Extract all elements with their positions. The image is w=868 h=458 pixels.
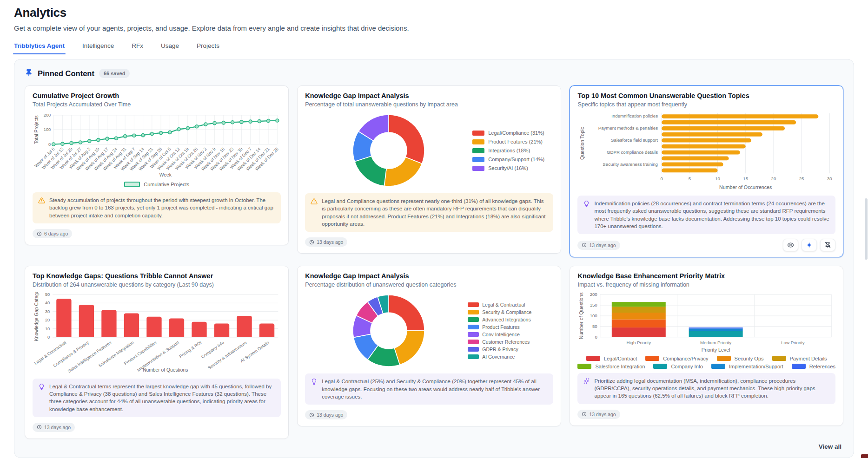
pinned-content-title: Pinned Content bbox=[38, 69, 94, 78]
legend-item: Legal & Contractual bbox=[468, 302, 531, 308]
insight-box: Legal & Contractual terms represent the … bbox=[33, 379, 281, 417]
svg-text:Salesforce field support: Salesforce field support bbox=[611, 137, 658, 143]
legend-label: Customer References bbox=[482, 339, 530, 345]
pinned-content-header: Pinned Content 66 saved bbox=[25, 68, 843, 79]
svg-text:High Priority: High Priority bbox=[627, 340, 651, 345]
lightbulb-icon bbox=[38, 383, 45, 390]
legend-swatch bbox=[468, 325, 479, 329]
legend-swatch bbox=[468, 332, 479, 337]
clock-icon bbox=[309, 412, 314, 418]
svg-text:Knowledge Gap Catego: Knowledge Gap Catego bbox=[34, 292, 39, 341]
card-subtitle: Percentage distribution of unanswered qu… bbox=[305, 281, 553, 288]
tab-tribblytics-agent[interactable]: Tribblytics Agent bbox=[14, 42, 65, 54]
legend-item: Integrations (18%) bbox=[472, 148, 544, 153]
svg-text:0: 0 bbox=[595, 334, 597, 340]
timestamp-badge: 13 days ago bbox=[305, 237, 347, 247]
insight-box: Legal & Contractual (25%) and Security &… bbox=[305, 373, 553, 405]
card-title: Top Knowledge Gaps: Questions Tribble Ca… bbox=[33, 272, 281, 280]
unpin-button[interactable] bbox=[820, 239, 835, 251]
pinned-card-6[interactable]: Knowledge Base Enhancement Priority Matr… bbox=[570, 266, 843, 425]
clock-icon bbox=[37, 231, 42, 236]
donut-chart-row: Legal & ContractualSecurity & Compliance… bbox=[305, 292, 553, 370]
legend-item: Legal/Compliance (31%) bbox=[472, 130, 544, 136]
preview-button[interactable] bbox=[783, 239, 798, 251]
legend-label: Cumulative Projects bbox=[144, 182, 189, 187]
stacked-bar-chart: 050100150200High PriorityMedium Priority… bbox=[577, 292, 835, 353]
pinned-card-1[interactable]: Cumulative Project Growth Total Projects… bbox=[25, 85, 289, 245]
warning-icon bbox=[38, 197, 45, 204]
card-subtitle: Percentage of total unanswerable questio… bbox=[305, 101, 553, 108]
legend-label: Security & Compliance bbox=[482, 309, 531, 315]
legend-swatch bbox=[717, 356, 731, 361]
timestamp-label: 6 days ago bbox=[44, 231, 68, 236]
legend-item: Salesforce Integration bbox=[577, 364, 645, 369]
legend-swatch bbox=[577, 364, 591, 369]
timestamp-badge: 13 days ago bbox=[577, 410, 620, 419]
card-title: Knowledge Gap Impact Analysis bbox=[305, 272, 553, 280]
legend-item: Product Features (21%) bbox=[472, 139, 544, 144]
warning-icon bbox=[311, 198, 318, 205]
scroll-corner-artifact bbox=[861, 454, 868, 458]
legend-swatch bbox=[468, 317, 479, 322]
timestamp-badge: 13 days ago bbox=[577, 241, 620, 250]
donut-chart bbox=[351, 293, 427, 369]
pinned-card-5[interactable]: Knowledge Gap Impact Analysis Percentage… bbox=[297, 266, 561, 426]
svg-text:15: 15 bbox=[743, 176, 749, 181]
svg-text:200: 200 bbox=[590, 292, 597, 297]
svg-text:50: 50 bbox=[592, 324, 597, 329]
legend-swatch bbox=[645, 356, 659, 361]
legend-swatch bbox=[653, 364, 667, 369]
legend-item: Company Info bbox=[653, 364, 702, 369]
legend-label: Conv Intelligence bbox=[482, 332, 520, 337]
lightbulb-icon bbox=[311, 378, 318, 385]
legend-swatch bbox=[468, 302, 479, 307]
scrollbar-thumb[interactable] bbox=[865, 198, 868, 260]
card-subtitle: Total Projects Accumulated Over Time bbox=[33, 101, 281, 108]
legend-label: Legal/Compliance (31%) bbox=[488, 130, 544, 136]
svg-text:Number of Questions: Number of Questions bbox=[143, 368, 188, 373]
chart-area: Legal/Compliance (31%)Product Features (… bbox=[305, 111, 553, 190]
pinned-card-4[interactable]: Top Knowledge Gaps: Questions Tribble Ca… bbox=[25, 266, 289, 439]
donut-chart bbox=[351, 112, 427, 189]
legend-swatch bbox=[792, 364, 806, 369]
eye-icon bbox=[787, 242, 794, 249]
legend-label: Compliance/Privacy bbox=[663, 356, 708, 361]
legend-item: Implementation/Support bbox=[711, 364, 783, 369]
svg-text:Security & Infrastructure: Security & Infrastructure bbox=[207, 340, 247, 370]
tab-usage[interactable]: Usage bbox=[161, 42, 179, 54]
svg-text:100: 100 bbox=[590, 313, 597, 318]
legend-swatch bbox=[586, 356, 600, 361]
svg-text:Total Projects: Total Projects bbox=[34, 115, 39, 144]
tab-projects[interactable]: Projects bbox=[197, 42, 219, 54]
svg-text:Sales Intelligence Features: Sales Intelligence Features bbox=[67, 340, 113, 374]
svg-text:GDPR compliance details: GDPR compliance details bbox=[607, 150, 658, 155]
pinned-card-2[interactable]: Knowledge Gap Impact Analysis Percentage… bbox=[297, 85, 561, 254]
legend-label: Company Info bbox=[671, 364, 702, 369]
insights-icon bbox=[806, 242, 813, 249]
insight-text: Indemnification policies (28 occurrences… bbox=[594, 200, 830, 230]
svg-text:20: 20 bbox=[45, 318, 50, 322]
legend-item: Product Features bbox=[468, 324, 531, 330]
insight-box: Prioritize adding legal documentation (M… bbox=[577, 373, 835, 404]
timestamp-label: 13 days ago bbox=[589, 242, 616, 248]
view-all-link[interactable]: View all bbox=[819, 443, 841, 450]
insights-button[interactable] bbox=[802, 239, 817, 251]
svg-text:Number of Occurrences: Number of Occurrences bbox=[720, 184, 772, 190]
pin-icon bbox=[25, 68, 33, 77]
svg-text:20: 20 bbox=[771, 176, 776, 181]
tab-intelligence[interactable]: Intelligence bbox=[82, 42, 114, 54]
chart-legend: Legal & ContractualSecurity & Compliance… bbox=[468, 302, 531, 360]
tab-rfx[interactable]: RFx bbox=[132, 42, 143, 54]
legend-label: Product Features bbox=[482, 324, 520, 330]
pinned-cards-grid: Cumulative Project Growth Total Projects… bbox=[25, 85, 843, 439]
legend-label: Company/Support (14%) bbox=[488, 157, 544, 162]
svg-text:Security awareness training: Security awareness training bbox=[603, 162, 658, 167]
svg-text:0: 0 bbox=[48, 142, 51, 147]
legend-swatch bbox=[711, 364, 725, 369]
insight-box: Legal and Compliance questions represent… bbox=[305, 193, 553, 232]
svg-text:Payment methods & penalties: Payment methods & penalties bbox=[598, 125, 658, 131]
view-all-row: View all bbox=[25, 443, 843, 450]
card-title: Knowledge Gap Impact Analysis bbox=[305, 92, 553, 99]
pinned-card-3[interactable]: Top 10 Most Common Unanswerable Question… bbox=[570, 85, 843, 257]
card-subtitle: Distribution of 264 unanswerable questio… bbox=[33, 281, 281, 288]
